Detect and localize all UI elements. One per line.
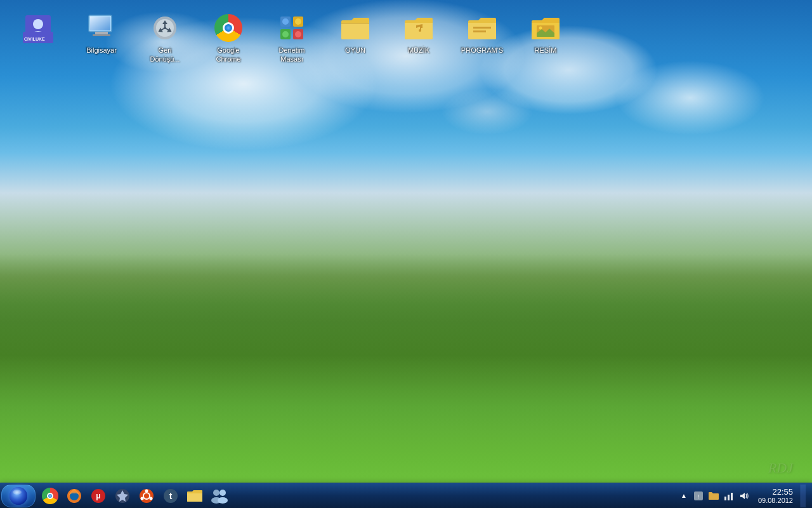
muzik-folder-icon bbox=[403, 13, 434, 43]
system-tray: ▲ ! bbox=[678, 485, 811, 507]
desktop-icon-bilgisayar[interactable]: Bilgisayar bbox=[76, 10, 127, 58]
control-panel-icon bbox=[277, 13, 307, 43]
firefox-icon bbox=[66, 488, 82, 504]
show-desktop-button[interactable] bbox=[801, 485, 806, 507]
desktop-icon-recycle[interactable]: GeriDönüşü... bbox=[140, 10, 190, 67]
programs-label: PROGRAM'S bbox=[461, 46, 503, 55]
programs-folder-icon bbox=[467, 13, 497, 43]
tray-folder-icon[interactable] bbox=[707, 490, 720, 502]
taskbar-rocketdock[interactable] bbox=[110, 485, 134, 507]
svg-point-30 bbox=[145, 489, 148, 492]
oyun-folder-icon bbox=[340, 13, 370, 43]
desktop-icons-row: CIVILUKE bbox=[0, 6, 812, 70]
svg-point-32 bbox=[141, 497, 144, 500]
chrome-label: GoogleChrome bbox=[216, 46, 240, 64]
tray-network-icon[interactable] bbox=[723, 490, 735, 502]
tray-expand-button[interactable]: ▲ bbox=[678, 491, 690, 500]
svg-point-38 bbox=[218, 497, 228, 504]
desktop-icon-programs[interactable]: PROGRAM'S bbox=[457, 10, 508, 58]
svg-rect-6 bbox=[93, 34, 110, 36]
taskbar-users[interactable] bbox=[207, 485, 231, 507]
network-icon bbox=[723, 490, 735, 502]
svg-point-17 bbox=[295, 31, 301, 37]
chrome-icon bbox=[213, 13, 244, 43]
taskbar-tumblr[interactable]: t bbox=[159, 485, 183, 507]
tray-notification-icon[interactable]: ! bbox=[692, 490, 705, 502]
desktop-icon-oyun[interactable]: OYUN bbox=[330, 10, 381, 58]
oyun-label: OYUN bbox=[345, 46, 365, 55]
resim-label: RESİM bbox=[535, 46, 557, 55]
taskbar-folder[interactable] bbox=[183, 485, 207, 507]
taskbar-chrome[interactable] bbox=[38, 485, 62, 507]
svg-point-37 bbox=[219, 490, 226, 496]
svg-rect-42 bbox=[728, 495, 730, 500]
muzik-label: MÜZİK bbox=[408, 46, 429, 55]
taskbar-firefox[interactable] bbox=[62, 485, 86, 507]
resim-folder-icon bbox=[530, 13, 561, 43]
svg-rect-5 bbox=[95, 32, 108, 34]
system-clock[interactable]: 22:55 09.08.2012 bbox=[753, 487, 798, 504]
svg-rect-41 bbox=[724, 497, 726, 500]
taskbar-utorrent[interactable]: μ bbox=[86, 485, 110, 507]
svg-text:!: ! bbox=[698, 493, 700, 500]
svg-rect-20 bbox=[473, 30, 486, 32]
desktop: CIVILUKE bbox=[0, 0, 812, 508]
tray-volume-icon[interactable] bbox=[738, 490, 750, 502]
svg-text:t: t bbox=[169, 491, 173, 501]
computer-icon bbox=[86, 13, 117, 43]
svg-point-1 bbox=[33, 19, 43, 29]
control-panel-label: DenetimMasası bbox=[279, 46, 305, 64]
users-icon bbox=[210, 488, 228, 504]
utorrent-icon: μ bbox=[90, 488, 107, 504]
recycle-icon bbox=[150, 13, 180, 43]
desktop-icon-resim[interactable]: RESİM bbox=[520, 10, 571, 58]
svg-point-14 bbox=[282, 18, 289, 25]
volume-icon bbox=[738, 490, 750, 502]
svg-rect-43 bbox=[731, 493, 733, 500]
rocketdock-icon bbox=[114, 488, 131, 504]
ubuntu-icon bbox=[138, 488, 155, 504]
bilgisayar-label: Bilgisayar bbox=[86, 46, 117, 55]
taskbar-ubuntu[interactable] bbox=[134, 485, 159, 507]
svg-rect-7 bbox=[90, 17, 110, 30]
desktop-icon-muzik[interactable]: MÜZİK bbox=[393, 10, 444, 58]
notification-icon: ! bbox=[693, 490, 704, 502]
svg-point-35 bbox=[213, 490, 219, 496]
svg-rect-19 bbox=[473, 27, 491, 29]
clock-date: 09.08.2012 bbox=[758, 497, 793, 504]
recycle-label: GeriDönüşü... bbox=[150, 46, 180, 64]
desktop-icon-control-panel[interactable]: DenetimMasası bbox=[266, 10, 317, 67]
folder-icon bbox=[187, 489, 203, 503]
user-icon: CIVILUKE bbox=[23, 13, 53, 43]
signature-watermark: RDJ bbox=[768, 460, 793, 476]
desktop-icon-user[interactable]: CIVILUKE bbox=[13, 10, 63, 49]
tray-folder-icon bbox=[708, 490, 719, 502]
taskbar: μ t bbox=[0, 483, 812, 508]
clock-time: 22:55 bbox=[772, 487, 793, 497]
tumblr-icon: t bbox=[162, 488, 179, 504]
svg-point-22 bbox=[539, 27, 542, 30]
start-button[interactable] bbox=[1, 485, 36, 507]
user-label: CIVILUKE bbox=[24, 37, 45, 41]
svg-point-15 bbox=[282, 31, 289, 37]
taskbar-chrome-icon bbox=[42, 488, 58, 504]
svg-rect-18 bbox=[341, 23, 369, 24]
svg-text:μ: μ bbox=[96, 491, 100, 500]
desktop-icon-chrome[interactable]: GoogleChrome bbox=[203, 10, 254, 67]
svg-point-16 bbox=[295, 18, 301, 25]
svg-point-31 bbox=[150, 497, 153, 500]
windows-orb-icon bbox=[10, 487, 27, 505]
